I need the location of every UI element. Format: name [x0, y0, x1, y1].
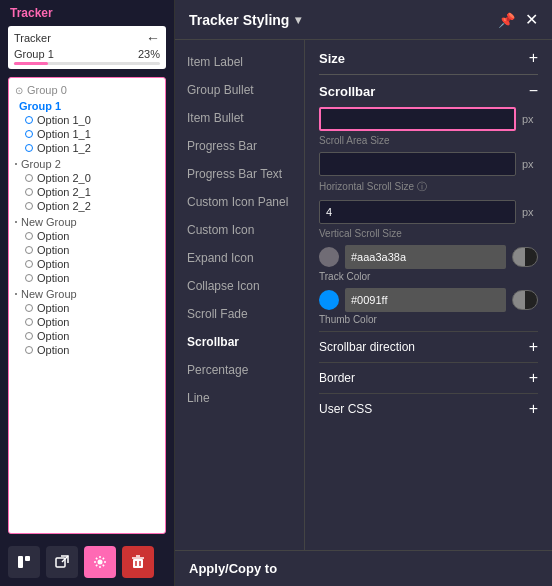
panel-footer: Apply/Copy to: [175, 550, 552, 586]
group1-label: Group 1: [19, 100, 61, 112]
user-css-label: User CSS: [319, 402, 372, 416]
tracker-title: Tracker: [0, 0, 174, 22]
border-toggle[interactable]: +: [529, 370, 538, 386]
list-item: Option 2_2: [9, 199, 165, 213]
item-label: Option 1_1: [37, 128, 91, 140]
size-section-title: Size: [319, 51, 345, 66]
content-column: Size + Scrollbar − px Scroll Area Size p…: [305, 40, 552, 550]
scrollbar-direction-toggle[interactable]: +: [529, 339, 538, 355]
h-scroll-unit: px: [522, 158, 538, 170]
item-bullet-icon: [25, 318, 33, 326]
nav-item-percentage[interactable]: Percentage: [175, 356, 304, 384]
list-item: Option 2_0: [9, 171, 165, 185]
list-item: Option 1_2: [9, 141, 165, 155]
item-label: Option 2_2: [37, 200, 91, 212]
nav-item-custom-icon-panel[interactable]: Custom Icon Panel: [175, 188, 304, 216]
list-item: Option 1_0: [9, 113, 165, 127]
nav-item-item-label[interactable]: Item Label: [175, 48, 304, 76]
user-css-row[interactable]: User CSS +: [319, 393, 538, 424]
list-item: Option: [9, 301, 165, 315]
toolbar-external-button[interactable]: [46, 546, 78, 578]
size-section-header: Size +: [319, 50, 538, 66]
bottom-toolbar: [0, 538, 174, 586]
size-section-toggle[interactable]: +: [529, 50, 538, 66]
list-item: Option: [9, 243, 165, 257]
item-label: Option: [37, 272, 69, 284]
item-bullet-icon: [25, 130, 33, 138]
tree-group-0: ⊙ Group 0: [9, 82, 165, 98]
item-label: Option: [37, 244, 69, 256]
tree-group-1: Group 1 Option 1_0 Option 1_1 Option 1_2: [9, 98, 165, 156]
thumb-color-swatch: [319, 290, 339, 310]
thumb-color-label: Thumb Color: [319, 314, 538, 325]
v-scroll-input[interactable]: [319, 200, 516, 224]
track-color-row: [319, 245, 538, 269]
apply-copy-button[interactable]: Apply/Copy to: [189, 561, 277, 576]
h-scroll-desc: Horizontal Scroll Size ⓘ: [319, 180, 538, 194]
scroll-area-input[interactable]: [319, 107, 516, 131]
panel-body: Item Label Group Bullet Item Bullet Prog…: [175, 40, 552, 550]
item-label: Option: [37, 302, 69, 314]
new-group2-label: New Group: [21, 288, 77, 300]
close-icon[interactable]: ✕: [525, 10, 538, 29]
h-scroll-input[interactable]: [319, 152, 516, 176]
scroll-area-desc: Scroll Area Size: [319, 135, 538, 146]
toolbar-settings-button[interactable]: [84, 546, 116, 578]
toolbar-delete-button[interactable]: [122, 546, 154, 578]
list-item: Option: [9, 343, 165, 357]
v-scroll-unit: px: [522, 206, 538, 218]
pin-icon[interactable]: 📌: [498, 12, 515, 28]
track-color-input[interactable]: [345, 245, 506, 269]
item-bullet-icon: [25, 246, 33, 254]
svg-rect-5: [133, 559, 143, 568]
item-bullet-icon: [25, 144, 33, 152]
thumb-color-toggle[interactable]: [512, 290, 538, 310]
scrollbar-section-toggle[interactable]: −: [529, 83, 538, 99]
tracker-widget-label: Tracker: [14, 32, 51, 44]
nav-item-group-bullet[interactable]: Group Bullet: [175, 76, 304, 104]
svg-point-4: [98, 560, 103, 565]
nav-item-custom-icon[interactable]: Custom Icon: [175, 216, 304, 244]
item-bullet-icon: [25, 116, 33, 124]
v-scroll-desc: Vertical Scroll Size: [319, 228, 538, 239]
item-label: Option 2_0: [37, 172, 91, 184]
nav-item-item-bullet[interactable]: Item Bullet: [175, 104, 304, 132]
tracker-group-name: Group 1: [14, 48, 54, 60]
nav-column: Item Label Group Bullet Item Bullet Prog…: [175, 40, 305, 550]
track-color-swatch: [319, 247, 339, 267]
panel-header: Tracker Styling ▾ 📌 ✕: [175, 0, 552, 40]
scrollbar-direction-row[interactable]: Scrollbar direction +: [319, 331, 538, 362]
nav-item-progress-bar[interactable]: Progress Bar: [175, 132, 304, 160]
item-label: Option: [37, 344, 69, 356]
nav-item-scrollbar[interactable]: Scrollbar: [175, 328, 304, 356]
left-panel: Tracker Tracker ← Group 1 23% ⊙ Group 0 …: [0, 0, 175, 586]
tree-new-group-2: New Group Option Option Option Option: [9, 286, 165, 358]
nav-item-scroll-fade[interactable]: Scroll Fade: [175, 300, 304, 328]
list-item: Option: [9, 229, 165, 243]
v-scroll-row: px: [319, 200, 538, 224]
tree-new-group-1: New Group Option Option Option Option: [9, 214, 165, 286]
right-panel: Tracker Styling ▾ 📌 ✕ Item Label Group B…: [175, 0, 552, 586]
nav-item-line[interactable]: Line: [175, 384, 304, 412]
group0-icon: ⊙: [15, 85, 23, 96]
track-color-toggle[interactable]: [512, 247, 538, 267]
item-bullet-icon: [25, 260, 33, 268]
panel-title: Tracker Styling ▾: [189, 12, 301, 28]
list-item: Option: [9, 315, 165, 329]
border-row[interactable]: Border +: [319, 362, 538, 393]
new-group1-label: New Group: [21, 216, 77, 228]
item-bullet-icon: [25, 304, 33, 312]
user-css-toggle[interactable]: +: [529, 401, 538, 417]
thumb-color-input[interactable]: [345, 288, 506, 312]
toolbar-layout-button[interactable]: [8, 546, 40, 578]
nav-item-collapse-icon[interactable]: Collapse Icon: [175, 272, 304, 300]
scroll-area-row: px: [319, 107, 538, 131]
nav-item-progress-bar-text[interactable]: Progress Bar Text: [175, 160, 304, 188]
svg-rect-0: [18, 556, 23, 568]
item-bullet-icon: [25, 274, 33, 282]
item-label: Option: [37, 258, 69, 270]
border-label: Border: [319, 371, 355, 385]
nav-item-expand-icon[interactable]: Expand Icon: [175, 244, 304, 272]
tree-group-2: Group 2 Option 2_0 Option 2_1 Option 2_2: [9, 156, 165, 214]
panel-title-dropdown-icon[interactable]: ▾: [295, 13, 301, 27]
